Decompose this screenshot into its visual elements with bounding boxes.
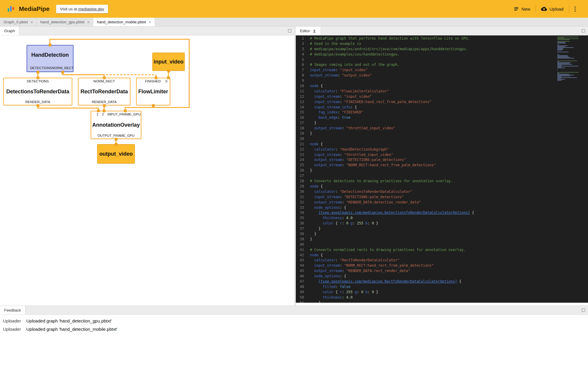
code-line[interactable]: 45 output_stream: "RENDER_DATA:rect_rend… — [296, 268, 588, 274]
port-label-norm-rect: NORM_RECT — [94, 79, 115, 83]
code-line[interactable]: 33 node_options: { — [296, 205, 588, 211]
code-line[interactable]: 43 calculator: "RectToRenderDataCalculat… — [296, 258, 588, 263]
code-line[interactable]: 2# Used in the example in — [296, 41, 588, 47]
line-number: 46 — [296, 274, 310, 279]
code-line[interactable]: 5 — [296, 57, 588, 63]
visit-us-chip[interactable]: Visit us at mediapipe.dev — [56, 5, 108, 13]
code-line[interactable]: 18 output_stream: "throttled_input_video… — [296, 126, 588, 131]
code-line[interactable]: 19} — [296, 131, 588, 136]
maximize-icon[interactable] — [582, 309, 585, 312]
node-flow-limiter[interactable]: FINISHED 0 FlowLimiter — [136, 78, 170, 105]
tab-feedback[interactable]: Feedback — [0, 306, 25, 315]
line-number: 35 — [296, 216, 310, 221]
code-line[interactable]: 32 output_stream: "RENDER_DATA:detection… — [296, 200, 588, 205]
code-line[interactable]: 7input_stream: "input_video" — [296, 68, 588, 73]
code-editor[interactable]: 1# MediaPipe graph that performs hand de… — [296, 35, 588, 303]
feedback-panel: Feedback Uploader Uploaded graph 'hand_d… — [0, 306, 588, 365]
file-tab-hand-detection-gpu[interactable]: hand_detection_gpu.pbtxt × — [37, 18, 94, 26]
line-number: 51 — [296, 300, 310, 303]
code-line[interactable]: 47 [type.googleapis.com/mediapipe.RectTo… — [296, 279, 588, 284]
code-line[interactable]: 24 output_stream: "DETECTIONS:palm_detec… — [296, 157, 588, 163]
editor-minimap[interactable] — [557, 37, 583, 82]
code-line[interactable]: 44 input_stream: "NORM_RECT:hand_rect_fr… — [296, 263, 588, 268]
overflow-menu-button[interactable]: ⋮ — [569, 5, 581, 12]
code-line[interactable]: 22 calculator: "HandDetectionSubgraph" — [296, 147, 588, 152]
code-line[interactable]: 39} — [296, 237, 588, 242]
code-line[interactable]: 17 } — [296, 120, 588, 126]
port-label-1: 1 — [97, 113, 98, 116]
code-line[interactable]: 25 output_stream: "NORM_RECT:hand_rect_f… — [296, 163, 588, 168]
code-line[interactable]: 30 calculator: "DetectionsToRenderDataCa… — [296, 189, 588, 195]
feedback-source: Uploader — [3, 318, 26, 323]
node-output-video[interactable]: output_video — [97, 144, 135, 164]
code-line[interactable]: 15 tag_index: "FINISHED" — [296, 110, 588, 115]
close-icon[interactable]: × — [149, 20, 151, 25]
code-line[interactable]: 4# mediapipe/examples/ios/handdetectiong… — [296, 52, 588, 57]
port-label-detections: DETECTIONS — [30, 66, 52, 70]
node-detections-to-render-data[interactable]: DETECTIONS DetectionsToRenderData RENDER… — [3, 78, 72, 105]
code-line[interactable]: 37 } — [296, 226, 588, 232]
line-number: 8 — [296, 73, 310, 78]
close-icon[interactable]: × — [87, 20, 89, 25]
code-line[interactable]: 34 [type.googleapis.com/mediapipe.Detect… — [296, 210, 588, 216]
code-line[interactable]: 10node { — [296, 84, 588, 89]
editor-code[interactable]: 1# MediaPipe graph that performs hand de… — [296, 36, 588, 303]
code-line[interactable]: 27 — [296, 173, 588, 179]
maximize-icon[interactable] — [582, 29, 585, 32]
line-number: 48 — [296, 284, 310, 290]
node-hand-detection[interactable]: HandDetection DETECTIONS NORM_RECT — [27, 45, 74, 72]
code-line[interactable]: 14 input_stream_info: { — [296, 105, 588, 110]
file-tab-graph0[interactable]: Graph_0.pbtxt × — [0, 18, 37, 26]
code-line[interactable]: 20 — [296, 136, 588, 142]
feedback-message: Uploaded graph 'hand_detection_mobile.pb… — [26, 327, 117, 332]
code-line[interactable]: 48 filled: false — [296, 284, 588, 290]
code-line[interactable]: 36 color { r: 0 g: 255 b: 0 } — [296, 221, 588, 226]
code-line[interactable]: 38 } — [296, 232, 588, 237]
code-line[interactable]: 42node { — [296, 253, 588, 258]
port-label-2: 2 — [102, 113, 104, 116]
node-annotation-overlay[interactable]: 1 2 INPUT_FRAME_GPU AnnotationOverlay OU… — [91, 111, 141, 139]
download-icon[interactable] — [312, 29, 316, 33]
code-line[interactable]: 13 input_stream: "FINISHED:hand_rect_fro… — [296, 100, 588, 105]
code-line[interactable]: 29node { — [296, 184, 588, 189]
code-line[interactable]: 41# Converts normalized rects to drawing… — [296, 247, 588, 253]
mediapipe-dev-link[interactable]: mediapipe.dev — [78, 7, 104, 11]
code-line[interactable]: 8output_stream: "output_video" — [296, 73, 588, 78]
code-line[interactable]: 50 thickness: 4.0 — [296, 295, 588, 300]
code-line[interactable]: 26} — [296, 168, 588, 173]
line-number: 7 — [296, 68, 310, 73]
code-line[interactable]: 23 input_stream: "throttled_input_video" — [296, 152, 588, 158]
code-line[interactable]: 35 thickness: 4.0 — [296, 216, 588, 221]
code-line[interactable]: 6# Images coming into and out of the gra… — [296, 62, 588, 68]
code-line[interactable]: 1# MediaPipe graph that performs hand de… — [296, 36, 588, 41]
code-line[interactable]: 12 input_stream: "input_video" — [296, 94, 588, 100]
code-line[interactable]: 46 node_options: { — [296, 274, 588, 279]
code-line[interactable]: 51 } — [296, 300, 588, 303]
node-input-video[interactable]: input_video — [152, 53, 185, 71]
code-line[interactable]: 40 — [296, 242, 588, 247]
new-button[interactable]: New — [508, 4, 535, 14]
code-line[interactable]: 11 calculator: "FlowLimiterCalculator" — [296, 89, 588, 94]
code-line[interactable]: 16 back_edge: true — [296, 115, 588, 120]
menu-icon — [514, 6, 519, 12]
edge-detrender-to-annotation — [38, 105, 98, 111]
code-line[interactable]: 9 — [296, 78, 588, 84]
file-tab-strip-fill — [155, 18, 588, 26]
code-line[interactable]: 3# mediapipe/examples/android/src/java/c… — [296, 47, 588, 52]
code-line[interactable]: 31 input_stream: "DETECTIONS:palm_detect… — [296, 195, 588, 200]
file-tab-hand-detection-mobile[interactable]: hand_detection_mobile.pbtxt × — [93, 18, 155, 26]
tab-editor[interactable]: Editor — [296, 27, 321, 35]
close-icon[interactable]: × — [30, 20, 33, 25]
code-line[interactable]: 21node { — [296, 142, 588, 147]
upload-button[interactable]: Upload — [536, 4, 569, 14]
maximize-icon[interactable] — [288, 29, 291, 32]
editor-header-fill — [321, 27, 588, 35]
line-number: 47 — [296, 279, 310, 284]
line-number: 41 — [296, 247, 310, 253]
code-line[interactable]: 28# Converts detections to drawing primi… — [296, 179, 588, 184]
line-number: 16 — [296, 115, 310, 120]
node-rect-to-render-data[interactable]: NORM_RECT RectToRenderData RENDER_DATA — [78, 78, 130, 105]
graph-canvas[interactable]: HandDetection DETECTIONS NORM_RECT input… — [0, 35, 294, 306]
code-line[interactable]: 49 color { r: 255 g: 0 b: 0 } — [296, 290, 588, 295]
tab-graph[interactable]: Graph — [0, 27, 19, 35]
